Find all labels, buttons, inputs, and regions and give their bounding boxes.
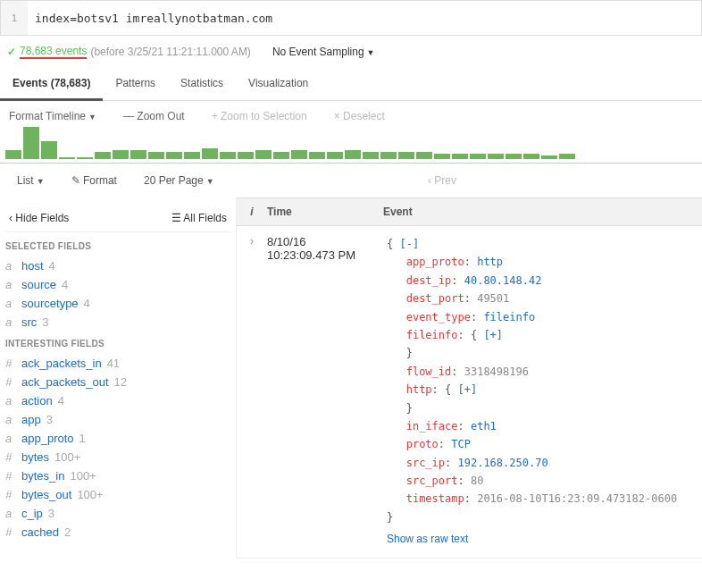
timeline-bar[interactable] (470, 154, 486, 159)
field-action[interactable]: aaction4 (5, 391, 230, 410)
field-host[interactable]: ahost4 (5, 256, 230, 275)
check-icon: ✓ (7, 46, 16, 58)
timeline-bar[interactable] (488, 154, 504, 159)
val-timestamp[interactable]: 2016-08-10T16:23:09.473182-0600 (477, 492, 677, 505)
tab-events[interactable]: Events (78,683) (0, 68, 103, 101)
timeline-bar[interactable] (166, 152, 182, 159)
format-timeline-dropdown[interactable]: Format Timeline▼ (9, 110, 96, 122)
timeline-bar[interactable] (23, 127, 39, 159)
field-app_proto[interactable]: aapp_proto1 (5, 429, 230, 448)
field-type: # (5, 450, 16, 464)
event-time-value: 10:23:09.473 PM (267, 248, 383, 262)
collapse-toggle[interactable]: [-] (399, 238, 419, 250)
hide-fields-button[interactable]: ‹ Hide Fields (9, 212, 69, 224)
perpage-dropdown[interactable]: 20 Per Page▼ (144, 174, 214, 187)
tabs: Events (78,683) Patterns Statistics Visu… (0, 68, 702, 101)
zoom-out-button[interactable]: — Zoom Out (123, 110, 185, 122)
timeline-bar[interactable] (41, 141, 57, 159)
timeline-bar[interactable] (202, 148, 218, 159)
expand-fileinfo[interactable]: [+] (483, 329, 503, 341)
all-fields-button[interactable]: ☰ All Fields (171, 212, 227, 224)
val-src-port[interactable]: 80 (471, 475, 483, 487)
timeline-chart[interactable] (0, 128, 702, 164)
timeline-bar[interactable] (398, 152, 414, 159)
timeline-bar[interactable] (291, 150, 307, 159)
tab-statistics[interactable]: Statistics (168, 68, 236, 100)
timeline-bar[interactable] (113, 150, 129, 159)
timeline-bar[interactable] (273, 152, 289, 159)
timeline-bar[interactable] (220, 152, 236, 159)
timeline-bar[interactable] (559, 154, 575, 159)
field-type: a (5, 413, 16, 426)
field-name: ack_packets_in (21, 357, 102, 370)
field-bytes_in[interactable]: #bytes_in100+ (5, 466, 230, 485)
val-app-proto[interactable]: http (477, 256, 503, 268)
timeline-bar[interactable] (148, 152, 164, 159)
val-in-iface[interactable]: eth1 (471, 420, 497, 433)
field-source[interactable]: asource4 (5, 275, 230, 294)
chevron-down-icon: ▼ (88, 113, 96, 122)
timeline-bar[interactable] (95, 152, 111, 159)
timeline-bar[interactable] (184, 152, 200, 159)
field-name: bytes (21, 450, 49, 464)
list-mode-dropdown[interactable]: List▼ (17, 174, 45, 187)
sampling-dropdown[interactable]: No Event Sampling▼ (272, 46, 375, 58)
field-bytes[interactable]: #bytes100+ (5, 448, 230, 466)
timeline-bar[interactable] (541, 155, 557, 159)
field-name: src (21, 315, 37, 329)
field-ack_packets_out[interactable]: #ack_packets_out12 (5, 373, 230, 391)
expand-http[interactable]: [+] (458, 383, 478, 396)
val-event-type[interactable]: fileinfo (483, 311, 535, 323)
field-type: # (5, 488, 16, 501)
zoom-out-label: Zoom Out (137, 110, 184, 122)
timeline-bar[interactable] (77, 157, 93, 159)
timeline-bar[interactable] (5, 150, 21, 159)
event-count: 78,683 events (20, 45, 87, 59)
show-raw-text[interactable]: Show as raw text (387, 530, 698, 548)
prev-label: Prev (434, 174, 456, 187)
timeline-bar[interactable] (130, 150, 146, 159)
timeline-bar[interactable] (506, 154, 522, 159)
field-count: 100+ (54, 450, 80, 464)
timeline-bar[interactable] (345, 150, 361, 159)
timeline-bar[interactable] (255, 150, 272, 159)
field-c_ip[interactable]: ac_ip3 (5, 504, 230, 523)
format-label: Format (83, 174, 117, 187)
timeline-bar[interactable] (434, 154, 450, 159)
timeline-bar[interactable] (59, 157, 75, 159)
selected-fields-title: SELECTED FIELDS (5, 241, 230, 251)
col-time[interactable]: Time (267, 198, 383, 225)
timeline-bar[interactable] (523, 154, 539, 159)
field-ack_packets_in[interactable]: #ack_packets_in41 (5, 354, 230, 373)
val-dest-port[interactable]: 49501 (477, 292, 509, 305)
field-bytes_out[interactable]: #bytes_out100+ (5, 485, 230, 504)
tab-visualization[interactable]: Visualization (236, 68, 321, 100)
timeline-bar[interactable] (452, 154, 468, 159)
timeline-bar[interactable] (380, 152, 397, 159)
result-status: ✓ 78,683 events (before 3/25/21 11:21:11… (7, 45, 251, 59)
format-dropdown[interactable]: ✎ Format (71, 174, 117, 187)
field-app[interactable]: aapp3 (5, 410, 230, 429)
search-input[interactable] (28, 1, 701, 35)
list-controls: List▼ ✎ Format 20 Per Page▼ ‹ Prev (0, 164, 465, 197)
timeline-bar[interactable] (363, 152, 379, 159)
tab-patterns[interactable]: Patterns (103, 68, 168, 100)
search-bar: 1 (0, 0, 702, 36)
expand-toggle[interactable]: › (237, 226, 267, 558)
val-dest-ip[interactable]: 40.80.148.42 (464, 274, 542, 287)
timeline-bar[interactable] (416, 152, 432, 159)
val-proto[interactable]: TCP (451, 438, 471, 450)
deselect-button: × Deselect (334, 110, 385, 122)
timeline-bar[interactable] (238, 152, 254, 159)
timeline-bar[interactable] (309, 152, 325, 159)
field-sourcetype[interactable]: asourcetype4 (5, 294, 230, 313)
field-count: 12 (114, 375, 127, 389)
val-src-ip[interactable]: 192.168.250.70 (458, 457, 548, 469)
field-src[interactable]: asrc3 (5, 313, 230, 332)
field-count: 4 (62, 278, 68, 291)
field-cached[interactable]: #cached2 (5, 523, 230, 542)
prev-button[interactable]: ‹ Prev (428, 174, 456, 187)
timeline-bar[interactable] (327, 152, 343, 159)
val-flow-id[interactable]: 3318498196 (464, 365, 529, 378)
interesting-fields-title: INTERESTING FIELDS (5, 339, 230, 349)
